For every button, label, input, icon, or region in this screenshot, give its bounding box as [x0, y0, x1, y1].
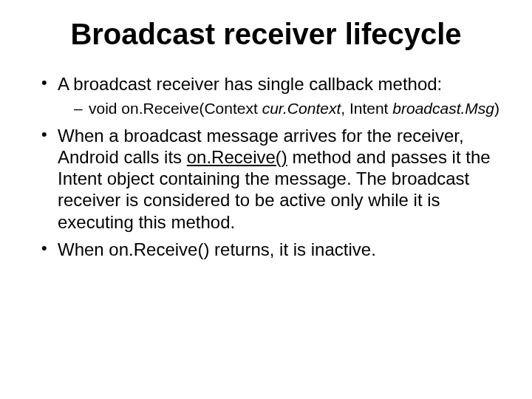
onreceive-link: on.Receive() — [187, 147, 287, 167]
bullet-item-1: A broadcast receiver has single callback… — [41, 73, 502, 119]
slide-title: Broadcast receiver lifecycle — [30, 18, 502, 51]
sub-bullet-list: void on.Receive(Context cur.Context, Int… — [74, 99, 502, 118]
bullet-1-text: A broadcast receiver has single callback… — [58, 74, 442, 94]
method-signature-prefix: void on.Receive(Context — [89, 100, 262, 117]
sub-bullet-item-1: void on.Receive(Context cur.Context, Int… — [74, 99, 502, 118]
bullet-3-text: When on.Receive() returns, it is inactiv… — [58, 239, 376, 259]
method-arg-1: cur.Context — [262, 100, 341, 117]
method-arg-2: broadcast.Msg — [392, 100, 494, 117]
bullet-item-3: When on.Receive() returns, it is inactiv… — [41, 239, 502, 260]
bullet-list: A broadcast receiver has single callback… — [41, 73, 502, 260]
method-signature-mid: , Intent — [341, 100, 392, 117]
method-signature-suffix: ) — [494, 100, 499, 117]
bullet-item-2: When a broadcast message arrives for the… — [41, 125, 502, 233]
slide: Broadcast receiver lifecycle A broadcast… — [0, 0, 532, 399]
